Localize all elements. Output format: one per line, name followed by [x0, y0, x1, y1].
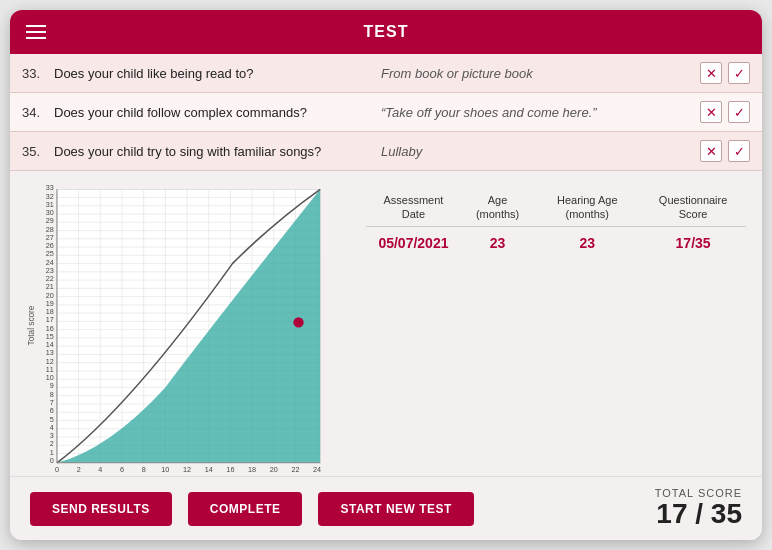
footer-score: TOTAL SCORE 17 / 35	[655, 487, 742, 530]
svg-text:12: 12	[46, 357, 54, 366]
assessment-score: 17/35	[640, 226, 746, 259]
assessment-age: 23	[461, 226, 534, 259]
question-hint-33: From book or picture book	[373, 66, 700, 81]
question-hint-35: Lullaby	[373, 144, 700, 159]
svg-text:27: 27	[46, 233, 54, 242]
svg-text:2: 2	[50, 439, 54, 448]
header: TEST	[10, 10, 762, 54]
svg-text:7: 7	[50, 398, 54, 407]
question-text-33: Does your child like being read to?	[54, 66, 373, 81]
question-number-33: 33.	[22, 66, 54, 81]
question-text-35: Does your child try to sing with familia…	[54, 144, 373, 159]
question-number-34: 34.	[22, 105, 54, 120]
svg-text:25: 25	[46, 249, 54, 258]
svg-text:22: 22	[291, 465, 299, 474]
question-row-33: 33. Does your child like being read to? …	[10, 54, 762, 93]
svg-text:18: 18	[248, 465, 256, 474]
svg-text:22: 22	[46, 274, 54, 283]
question-row-34: 34. Does your child follow complex comma…	[10, 93, 762, 132]
question-number-35: 35.	[22, 144, 54, 159]
svg-text:24: 24	[313, 465, 321, 474]
chart-svg: 0 1 2 3 4 5 6 7 8 9 10 11 12 13 14 15 16	[26, 181, 346, 476]
svg-text:4: 4	[98, 465, 102, 474]
svg-text:12: 12	[183, 465, 191, 474]
main-content: 0 1 2 3 4 5 6 7 8 9 10 11 12 13 14 15 16	[10, 171, 762, 476]
svg-text:0: 0	[50, 456, 54, 465]
col-header-score: Questionnaire Score	[640, 189, 746, 226]
question-x-btn-35[interactable]: ✕	[700, 140, 722, 162]
chart-container: 0 1 2 3 4 5 6 7 8 9 10 11 12 13 14 15 16	[26, 181, 346, 468]
col-header-date: Assessment Date	[366, 189, 461, 226]
svg-text:21: 21	[46, 282, 54, 291]
svg-text:3: 3	[50, 431, 54, 440]
svg-text:20: 20	[46, 291, 54, 300]
svg-text:4: 4	[50, 423, 54, 432]
page-title: TEST	[364, 23, 409, 41]
question-check-btn-35[interactable]: ✓	[728, 140, 750, 162]
svg-text:11: 11	[46, 365, 54, 374]
svg-text:29: 29	[46, 216, 54, 225]
question-x-btn-34[interactable]: ✕	[700, 101, 722, 123]
svg-text:26: 26	[46, 241, 54, 250]
svg-text:16: 16	[46, 324, 54, 333]
svg-text:16: 16	[226, 465, 234, 474]
svg-text:30: 30	[46, 208, 54, 217]
svg-text:10: 10	[46, 373, 54, 382]
svg-text:8: 8	[50, 390, 54, 399]
start-new-test-button[interactable]: START NEW TEST	[318, 492, 473, 526]
svg-text:20: 20	[270, 465, 278, 474]
assessment-date: 05/07/2021	[366, 226, 461, 259]
question-check-btn-33[interactable]: ✓	[728, 62, 750, 84]
svg-text:8: 8	[142, 465, 146, 474]
svg-text:1: 1	[50, 448, 54, 457]
svg-text:2: 2	[77, 465, 81, 474]
svg-text:10: 10	[161, 465, 169, 474]
svg-text:24: 24	[46, 258, 54, 267]
svg-text:19: 19	[46, 299, 54, 308]
question-row-35: 35. Does your child try to sing with fam…	[10, 132, 762, 171]
col-header-hearing-age: Hearing Age (months)	[534, 189, 640, 226]
send-results-button[interactable]: SEND RESULTS	[30, 492, 172, 526]
svg-text:9: 9	[50, 381, 54, 390]
svg-text:6: 6	[50, 406, 54, 415]
app-window: TEST 33. Does your child like being read…	[10, 10, 762, 540]
assessment-hearing-age: 23	[534, 226, 640, 259]
svg-text:0: 0	[55, 465, 59, 474]
complete-button[interactable]: COMPLETE	[188, 492, 303, 526]
svg-text:28: 28	[46, 225, 54, 234]
svg-text:33: 33	[46, 183, 54, 192]
svg-text:6: 6	[120, 465, 124, 474]
col-header-age: Age (months)	[461, 189, 534, 226]
svg-text:15: 15	[46, 332, 54, 341]
question-check-btn-34[interactable]: ✓	[728, 101, 750, 123]
questions-section: 33. Does your child like being read to? …	[10, 54, 762, 171]
footer-buttons: SEND RESULTS COMPLETE START NEW TEST	[30, 492, 474, 526]
assessment-table: Assessment Date Age (months) Hearing Age…	[366, 181, 746, 468]
question-hint-34: “Take off your shoes and come here.”	[373, 105, 700, 120]
question-text-34: Does your child follow complex commands?	[54, 105, 373, 120]
svg-text:17: 17	[46, 315, 54, 324]
chart-data-point	[293, 317, 303, 327]
svg-text:18: 18	[46, 307, 54, 316]
svg-text:13: 13	[46, 348, 54, 357]
question-actions-35: ✕ ✓	[700, 140, 750, 162]
menu-icon[interactable]	[26, 25, 46, 39]
svg-text:31: 31	[46, 200, 54, 209]
footer: SEND RESULTS COMPLETE START NEW TEST TOT…	[10, 476, 762, 540]
question-actions-33: ✕ ✓	[700, 62, 750, 84]
svg-text:14: 14	[46, 340, 54, 349]
svg-text:14: 14	[205, 465, 213, 474]
svg-text:32: 32	[46, 192, 54, 201]
question-actions-34: ✕ ✓	[700, 101, 750, 123]
question-x-btn-33[interactable]: ✕	[700, 62, 722, 84]
svg-text:5: 5	[50, 415, 54, 424]
svg-text:Total score: Total score	[27, 305, 36, 345]
total-score-value: 17 / 35	[655, 499, 742, 530]
svg-text:23: 23	[46, 266, 54, 275]
